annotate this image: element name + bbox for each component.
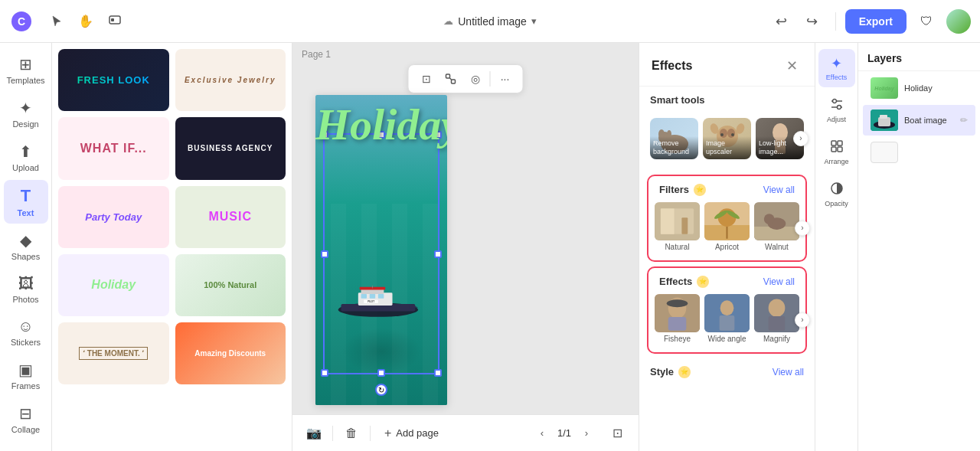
shield-btn[interactable]: 🛡 <box>913 8 940 35</box>
sidebar-item-templates[interactable]: ⊞ Templates <box>4 49 48 91</box>
template-card-100-natural[interactable]: 100% Natural <box>175 254 286 316</box>
effects-panel: Effects ✕ Smart tools <box>639 43 815 451</box>
smart-card-upscaler[interactable]: Image upscaler <box>703 118 751 159</box>
svg-rect-4 <box>446 74 450 78</box>
effect-next-btn[interactable]: › <box>795 312 810 328</box>
svg-point-46 <box>764 214 775 224</box>
layout-btn[interactable] <box>101 8 129 35</box>
sidebar-item-upload[interactable]: ⬆ Upload <box>4 136 48 178</box>
filter-natural[interactable]: Natural <box>655 202 700 251</box>
style-view-all-btn[interactable]: View all <box>773 367 804 377</box>
svg-text:C: C <box>18 15 25 28</box>
page-back-btn[interactable]: ‹ <box>531 423 553 444</box>
document-title: Untitled image <box>458 15 527 28</box>
sidebar-item-photos[interactable]: 🖼 Photos <box>4 269 48 310</box>
style-title: Style ⭐ <box>650 366 691 378</box>
effects-sub-title: Effects ⭐ <box>659 276 709 288</box>
sidebar-item-shapes[interactable]: ◆ Shapes <box>4 225 48 267</box>
rs-item-opacity[interactable]: Opacity <box>818 175 855 214</box>
template-card-what-if[interactable]: WHAT IF... <box>58 117 169 179</box>
text-icon: T <box>21 186 31 206</box>
smart-card-upscaler-label: Image upscaler <box>703 136 751 159</box>
spacer <box>639 165 815 170</box>
panel-close-btn[interactable]: ✕ <box>781 55 802 77</box>
layer-item-blank[interactable] <box>863 137 975 168</box>
template-card-fresh-look[interactable]: FRESH LOOK <box>58 49 169 111</box>
select-tool-btn[interactable] <box>43 8 70 35</box>
effects-grid: Fisheye Wide angle <box>648 294 805 346</box>
canvas-content: Holiday <box>315 95 447 405</box>
trash-btn[interactable]: 🗑 <box>339 421 364 446</box>
layer-name-holiday: Holiday <box>904 83 968 93</box>
redo-btn[interactable]: ↪ <box>799 8 826 35</box>
layer-item-boat[interactable]: Boat image ✏ <box>863 105 975 136</box>
effect-fisheye[interactable]: Fisheye <box>655 294 700 343</box>
filter-walnut[interactable]: Walnut <box>754 202 799 251</box>
template-card-holiday[interactable]: Holiday <box>58 254 169 316</box>
export-btn[interactable]: Export <box>845 9 906 34</box>
svg-rect-63 <box>831 147 836 152</box>
tool-buttons: ✋ <box>43 8 129 35</box>
rs-item-adjust[interactable]: Adjust <box>818 90 855 129</box>
layer-item-holiday[interactable]: Holiday Holiday <box>863 73 975 103</box>
effect-magnify-label: Magnify <box>763 335 790 343</box>
layer-edit-icon: ✏ <box>960 115 968 126</box>
template-label: WHAT IF... <box>80 142 147 155</box>
template-card-music[interactable]: MUSIC <box>175 186 286 248</box>
template-card-exclusive-jewelry[interactable]: Exclusive Jewelry <box>175 49 286 111</box>
sidebar-item-text[interactable]: T Text <box>4 180 48 224</box>
svg-rect-53 <box>720 315 735 331</box>
effect-wide-angle[interactable]: Wide angle <box>704 294 750 343</box>
svg-point-58 <box>832 100 836 103</box>
undo-btn[interactable]: ↩ <box>768 8 795 35</box>
filter-next-btn[interactable]: › <box>795 221 810 236</box>
fullscreen-btn[interactable]: ⊡ <box>605 421 629 446</box>
title-dropdown-btn[interactable]: ▾ <box>531 15 537 27</box>
sidebar-item-design[interactable]: ✦ Design <box>4 93 48 135</box>
rs-item-arrange[interactable]: Arrange <box>818 132 855 172</box>
page-forward-btn[interactable]: › <box>576 423 597 444</box>
template-card-amazing-discounts[interactable]: Amazing Discounts <box>175 322 286 384</box>
template-card-party-today[interactable]: Party Today <box>58 186 169 248</box>
logo[interactable]: C <box>9 9 34 34</box>
filters-view-all-btn[interactable]: View all <box>763 185 795 195</box>
template-label: FRESH LOOK <box>77 74 150 86</box>
svg-rect-11 <box>361 294 366 299</box>
layer-thumb-blank <box>871 142 898 163</box>
shapes-icon: ◆ <box>20 231 31 250</box>
design-icon: ✦ <box>19 99 32 117</box>
cloud-icon: ☁ <box>443 15 453 27</box>
effects-view-all-btn[interactable]: View all <box>763 276 795 287</box>
smart-next-btn[interactable]: › <box>793 131 808 146</box>
filter-apricot[interactable]: Apricot <box>704 202 750 251</box>
toolbar-divider <box>490 71 491 87</box>
effect-magnify-thumb <box>754 294 799 332</box>
more-btn[interactable]: ··· <box>494 68 517 90</box>
page-nav: ‹ 1/1 › ⊡ <box>531 421 629 446</box>
mask-btn[interactable]: ◎ <box>464 68 487 90</box>
move-tool-btn[interactable]: ✋ <box>72 8 100 35</box>
smart-card-remove-bg[interactable]: Remove background <box>650 118 698 159</box>
rs-item-effects[interactable]: ✦ Effects <box>818 49 855 87</box>
svg-rect-62 <box>838 141 842 145</box>
bb-divider <box>332 426 333 441</box>
template-label: BUSINESS AGENCY <box>188 144 273 152</box>
bottom-bar: 📷 🗑 + Add page ‹ 1/1 › ⊡ <box>292 414 639 451</box>
sidebar-item-stickers[interactable]: ☺ Stickers <box>4 312 48 353</box>
template-card-the-moment[interactable]: ʻ THE MOMENT. ʼ <box>58 322 169 384</box>
add-page-icon: + <box>384 426 391 440</box>
effect-magnify[interactable]: Magnify <box>754 294 799 343</box>
add-page-btn[interactable]: + Add page <box>377 422 446 445</box>
holiday-text: Holiday <box>315 99 447 150</box>
template-label: Exclusive Jewelry <box>185 76 276 84</box>
template-card-business-agency[interactable]: BUSINESS AGENCY <box>175 117 286 179</box>
avatar[interactable] <box>946 9 971 34</box>
sidebar-item-collage[interactable]: ⊟ Collage <box>4 398 48 440</box>
collage-icon: ⊟ <box>19 404 32 423</box>
sidebar-item-frames[interactable]: ▣ Frames <box>4 355 48 397</box>
topbar-divider <box>835 12 836 31</box>
screenshot-btn[interactable]: 📷 <box>302 421 326 446</box>
style-section-header: Style ⭐ View all <box>639 358 815 384</box>
crop-btn[interactable]: ⊡ <box>415 68 438 90</box>
resize-btn[interactable] <box>439 68 462 90</box>
